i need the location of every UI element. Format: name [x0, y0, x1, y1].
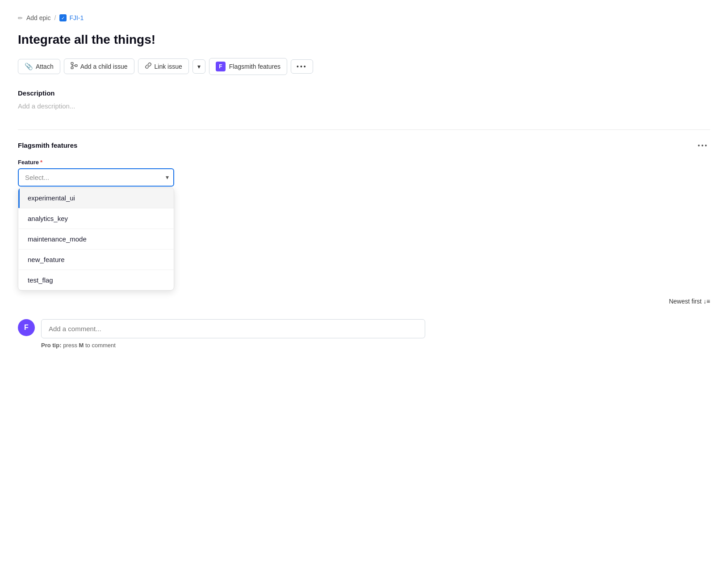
section-more-dots-icon: ••• [698, 142, 708, 149]
add-child-issue-label: Add a child issue [80, 63, 128, 70]
pro-tip-prefix: Pro tip: [41, 342, 62, 349]
comment-avatar: F [18, 319, 35, 336]
feature-select-wrapper: Select... experimental_ui analytics_key … [18, 168, 174, 187]
comment-input[interactable] [41, 319, 425, 338]
breadcrumb-issue-id: FJI-1 [69, 14, 84, 21]
more-options-button[interactable]: ••• [291, 59, 313, 74]
link-issue-label: Link issue [155, 63, 182, 70]
attach-button[interactable]: 📎 Attach [18, 59, 60, 74]
breadcrumb-separator: / [54, 14, 56, 21]
flagsmith-features-section: Flagsmith features ••• Feature * Select.… [18, 141, 710, 305]
required-indicator: * [40, 159, 42, 166]
dropdown-button[interactable]: ▾ [192, 59, 205, 74]
breadcrumb-issue[interactable]: ✓ FJI-1 [59, 14, 84, 21]
feature-dropdown: experimental_ui analytics_key maintenanc… [18, 187, 174, 291]
page-title: Integrate all the things! [18, 32, 710, 47]
link-icon [145, 62, 152, 71]
paperclip-icon: 📎 [25, 62, 33, 71]
svg-rect-0 [71, 62, 73, 64]
comment-input-wrapper [41, 319, 425, 338]
divider [18, 129, 710, 130]
feature-field-label: Feature * [18, 159, 710, 166]
description-section: Description Add a description... [18, 89, 710, 112]
dropdown-item-experimental-ui[interactable]: experimental_ui [18, 188, 174, 208]
svg-rect-1 [71, 67, 73, 69]
pencil-icon: ✏ [18, 15, 23, 21]
dropdown-item-maintenance-mode[interactable]: maintenance_mode [18, 229, 174, 249]
svg-rect-2 [75, 65, 77, 67]
feature-field: Feature * Select... experimental_ui anal… [18, 159, 710, 291]
flagsmith-section-header: Flagsmith features ••• [18, 141, 710, 150]
issue-checkbox-icon: ✓ [59, 14, 67, 21]
dropdown-item-new-feature[interactable]: new_feature [18, 249, 174, 270]
attach-label: Attach [36, 63, 54, 70]
pro-tip-text: press [63, 342, 79, 349]
dropdown-item-analytics-key[interactable]: analytics_key [18, 208, 174, 229]
sort-text: Newest first [669, 298, 702, 305]
dropdown-item-test-flag[interactable]: test_flag [18, 270, 174, 290]
link-issue-button[interactable]: Link issue [138, 58, 189, 74]
more-dots-icon: ••• [297, 63, 307, 70]
hierarchy-icon [71, 62, 78, 71]
flagsmith-features-button[interactable]: F Flagsmith features [209, 58, 287, 75]
breadcrumb-epic-label[interactable]: Add epic [26, 14, 50, 21]
flagsmith-label: Flagsmith features [229, 63, 280, 70]
add-child-issue-button[interactable]: Add a child issue [64, 58, 134, 74]
breadcrumb: ✏ Add epic / ✓ FJI-1 [18, 14, 710, 21]
flagsmith-section-title: Flagsmith features [18, 141, 77, 149]
pro-tip-key: M [79, 342, 84, 349]
chevron-down-icon: ▾ [197, 63, 201, 70]
toolbar: 📎 Attach Add a child issue Link issue ▾ [18, 58, 710, 75]
description-label: Description [18, 89, 710, 97]
comment-section: F [18, 319, 710, 338]
flagsmith-section-more-button[interactable]: ••• [696, 141, 710, 150]
sort-label[interactable]: Newest first ↓≡ [18, 298, 710, 305]
pro-tip-to-comment: to comment [85, 342, 116, 349]
sort-icon: ↓≡ [703, 298, 710, 305]
feature-select[interactable]: Select... experimental_ui analytics_key … [18, 168, 174, 187]
flagsmith-logo-icon: F [216, 62, 226, 71]
pro-tip: Pro tip: press M to comment [41, 342, 710, 349]
description-placeholder[interactable]: Add a description... [18, 100, 710, 112]
